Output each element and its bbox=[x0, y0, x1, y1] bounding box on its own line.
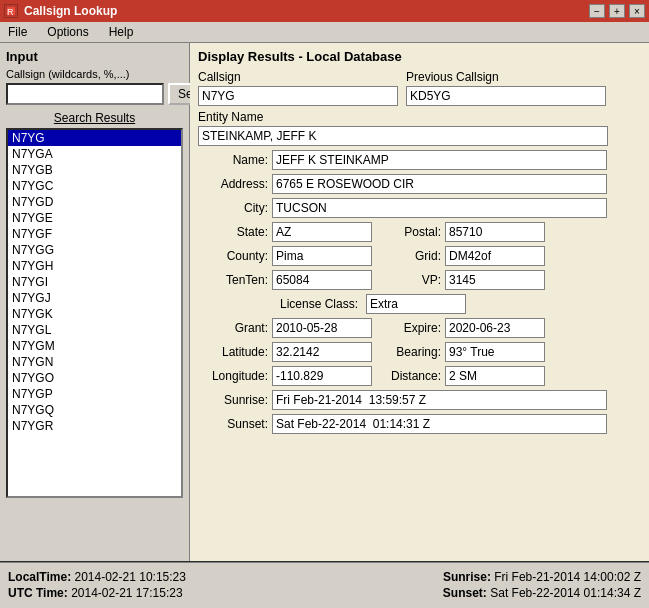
sunset-label: Sunset: bbox=[198, 417, 268, 431]
address-field[interactable] bbox=[272, 174, 607, 194]
localtime-status: LocalTime: 2014-02-21 10:15:23 bbox=[8, 570, 186, 584]
state-label: State: bbox=[198, 225, 268, 239]
window-title: Callsign Lookup bbox=[24, 4, 117, 18]
menu-options[interactable]: Options bbox=[43, 24, 92, 40]
localtime-value: 2014-02-21 10:15:23 bbox=[74, 570, 185, 584]
name-field[interactable] bbox=[272, 150, 607, 170]
sunset-status-label: Sunset: bbox=[443, 586, 487, 600]
city-field[interactable] bbox=[272, 198, 607, 218]
list-item[interactable]: N7YGN bbox=[8, 354, 181, 370]
postal-field[interactable] bbox=[445, 222, 545, 242]
sunrise-status-label: Sunrise: bbox=[443, 570, 491, 584]
list-item[interactable]: N7YGC bbox=[8, 178, 181, 194]
list-item[interactable]: N7YGI bbox=[8, 274, 181, 290]
list-item[interactable]: N7YGR bbox=[8, 418, 181, 434]
latitude-field[interactable] bbox=[272, 342, 372, 362]
distance-field[interactable] bbox=[445, 366, 545, 386]
address-label: Address: bbox=[198, 177, 268, 191]
utctime-label: UTC Time: bbox=[8, 586, 68, 600]
status-bar: LocalTime: 2014-02-21 10:15:23 Sunrise: … bbox=[0, 561, 649, 607]
grid-field[interactable] bbox=[445, 246, 545, 266]
tenten-label: TenTen: bbox=[198, 273, 268, 287]
sunrise-row: Sunrise: bbox=[198, 390, 641, 410]
sunrise-field[interactable] bbox=[272, 390, 607, 410]
county-label: County: bbox=[198, 249, 268, 263]
prev-callsign-field[interactable] bbox=[406, 86, 606, 106]
city-row: City: bbox=[198, 198, 641, 218]
menu-file[interactable]: File bbox=[4, 24, 31, 40]
list-item[interactable]: N7YGK bbox=[8, 306, 181, 322]
grant-expire-row: Grant: Expire: bbox=[198, 318, 641, 338]
list-item[interactable]: N7YGF bbox=[8, 226, 181, 242]
callsign-field-label: Callsign bbox=[198, 70, 398, 84]
sunrise-status: Sunrise: Fri Feb-21-2014 14:00:02 Z bbox=[443, 570, 641, 584]
list-item[interactable]: N7YGE bbox=[8, 210, 181, 226]
sunset-field[interactable] bbox=[272, 414, 607, 434]
grant-label: Grant: bbox=[198, 321, 268, 335]
app-icon: R bbox=[4, 4, 18, 18]
address-row: Address: bbox=[198, 174, 641, 194]
vp-field[interactable] bbox=[445, 270, 545, 290]
list-item[interactable]: N7YGP bbox=[8, 386, 181, 402]
localtime-label: LocalTime: bbox=[8, 570, 71, 584]
menu-help[interactable]: Help bbox=[105, 24, 138, 40]
status-row-1: LocalTime: 2014-02-21 10:15:23 Sunrise: … bbox=[8, 570, 641, 584]
input-title: Input bbox=[6, 49, 183, 64]
title-bar: R Callsign Lookup − + × bbox=[0, 0, 649, 22]
list-item[interactable]: N7YGB bbox=[8, 162, 181, 178]
title-bar-buttons: − + × bbox=[589, 4, 645, 18]
entity-section: Entity Name bbox=[198, 110, 641, 146]
list-item[interactable]: N7YGG bbox=[8, 242, 181, 258]
list-item[interactable]: N7YG bbox=[8, 130, 181, 146]
minimize-button[interactable]: − bbox=[589, 4, 605, 18]
utctime-status: UTC Time: 2014-02-21 17:15:23 bbox=[8, 586, 183, 600]
results-list[interactable]: N7YGN7YGAN7YGBN7YGCN7YGDN7YGEN7YGFN7YGGN… bbox=[6, 128, 183, 498]
state-field[interactable] bbox=[272, 222, 372, 242]
list-item[interactable]: N7YGO bbox=[8, 370, 181, 386]
latitude-label: Latitude: bbox=[198, 345, 268, 359]
search-results-label: Search Results bbox=[6, 111, 183, 125]
display-title: Display Results - Local Database bbox=[198, 49, 641, 64]
search-input[interactable] bbox=[6, 83, 164, 105]
lon-distance-row: Longitude: Distance: bbox=[198, 366, 641, 386]
city-label: City: bbox=[198, 201, 268, 215]
tenten-vp-row: TenTen: VP: bbox=[198, 270, 641, 290]
entity-name-field[interactable] bbox=[198, 126, 608, 146]
left-panel: Input Callsign (wildcards, %,...) Search… bbox=[0, 43, 190, 561]
list-item[interactable]: N7YGH bbox=[8, 258, 181, 274]
license-class-field[interactable] bbox=[366, 294, 466, 314]
longitude-field[interactable] bbox=[272, 366, 372, 386]
prev-callsign-label: Previous Callsign bbox=[406, 70, 606, 84]
state-postal-row: State: Postal: bbox=[198, 222, 641, 242]
license-class-label: License Class: bbox=[198, 297, 358, 311]
list-item[interactable]: N7YGM bbox=[8, 338, 181, 354]
county-field[interactable] bbox=[272, 246, 372, 266]
search-row: Search bbox=[6, 83, 183, 105]
callsign-field[interactable] bbox=[198, 86, 398, 106]
menu-bar: File Options Help bbox=[0, 22, 649, 43]
maximize-button[interactable]: + bbox=[609, 4, 625, 18]
sunset-status: Sunset: Sat Feb-22-2014 01:14:34 Z bbox=[443, 586, 641, 600]
list-item[interactable]: N7YGD bbox=[8, 194, 181, 210]
lat-bearing-row: Latitude: Bearing: bbox=[198, 342, 641, 362]
vp-label: VP: bbox=[386, 273, 441, 287]
expire-label: Expire: bbox=[386, 321, 441, 335]
utctime-value: 2014-02-21 17:15:23 bbox=[71, 586, 182, 600]
close-button[interactable]: × bbox=[629, 4, 645, 18]
expire-field[interactable] bbox=[445, 318, 545, 338]
sunrise-label: Sunrise: bbox=[198, 393, 268, 407]
callsign-label: Callsign (wildcards, %,...) bbox=[6, 68, 183, 80]
sunset-row: Sunset: bbox=[198, 414, 641, 434]
tenten-field[interactable] bbox=[272, 270, 372, 290]
bearing-field[interactable] bbox=[445, 342, 545, 362]
postal-label: Postal: bbox=[386, 225, 441, 239]
list-item[interactable]: N7YGL bbox=[8, 322, 181, 338]
list-item[interactable]: N7YGA bbox=[8, 146, 181, 162]
list-item[interactable]: N7YGQ bbox=[8, 402, 181, 418]
bearing-label: Bearing: bbox=[386, 345, 441, 359]
grant-field[interactable] bbox=[272, 318, 372, 338]
sunset-status-value: Sat Feb-22-2014 01:14:34 Z bbox=[490, 586, 641, 600]
list-item[interactable]: N7YGJ bbox=[8, 290, 181, 306]
main-content: Input Callsign (wildcards, %,...) Search… bbox=[0, 43, 649, 561]
callsign-section: Callsign Previous Callsign bbox=[198, 70, 641, 106]
